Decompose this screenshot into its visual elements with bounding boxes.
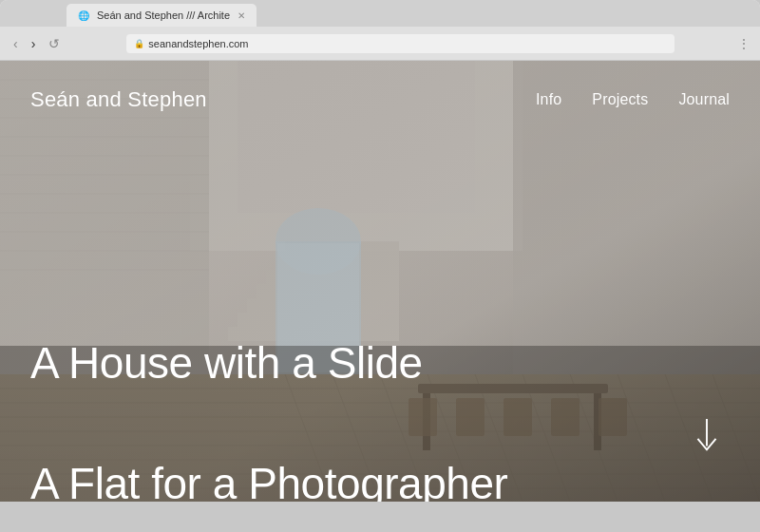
site-logo[interactable]: Seán and Stephen [30, 87, 207, 112]
browser-tab[interactable]: 🌐 Seán and Stephen /// Archite... ✕ [66, 4, 256, 27]
tab-bar: 🌐 Seán and Stephen /// Archite... ✕ [0, 0, 760, 27]
refresh-button[interactable]: ↺ [45, 34, 64, 53]
arrow-down-icon [692, 419, 722, 457]
nav-journal[interactable]: Journal [678, 91, 730, 108]
tab-close-button[interactable]: ✕ [238, 10, 245, 21]
hero-content: A House with a Slide [30, 339, 423, 388]
website-content: Seán and Stephen Info Projects Journal A… [0, 61, 760, 502]
browser-window: 🌐 Seán and Stephen /// Archite... ✕ ‹ › … [0, 0, 760, 61]
lock-icon: 🔒 [134, 39, 144, 48]
tab-title: Seán and Stephen /// Archite... [97, 10, 230, 21]
browser-nav-bar: ‹ › ↺ 🔒 seanandstephen.com ⋮ [0, 27, 760, 61]
forward-button[interactable]: › [28, 34, 40, 53]
url-text: seanandstephen.com [148, 38, 248, 49]
menu-icon[interactable]: ⋮ [737, 36, 750, 51]
address-bar[interactable]: 🔒 seanandstephen.com [126, 34, 674, 53]
site-header: Seán and Stephen Info Projects Journal [0, 61, 760, 139]
hero-title: A House with a Slide [30, 339, 423, 388]
scroll-down-button[interactable] [692, 419, 722, 464]
second-project-title: A Flat for a Photographer [30, 458, 507, 502]
nav-info[interactable]: Info [536, 91, 561, 108]
site-navigation: Info Projects Journal [536, 91, 730, 108]
nav-projects[interactable]: Projects [592, 91, 648, 108]
back-button[interactable]: ‹ [10, 34, 22, 53]
